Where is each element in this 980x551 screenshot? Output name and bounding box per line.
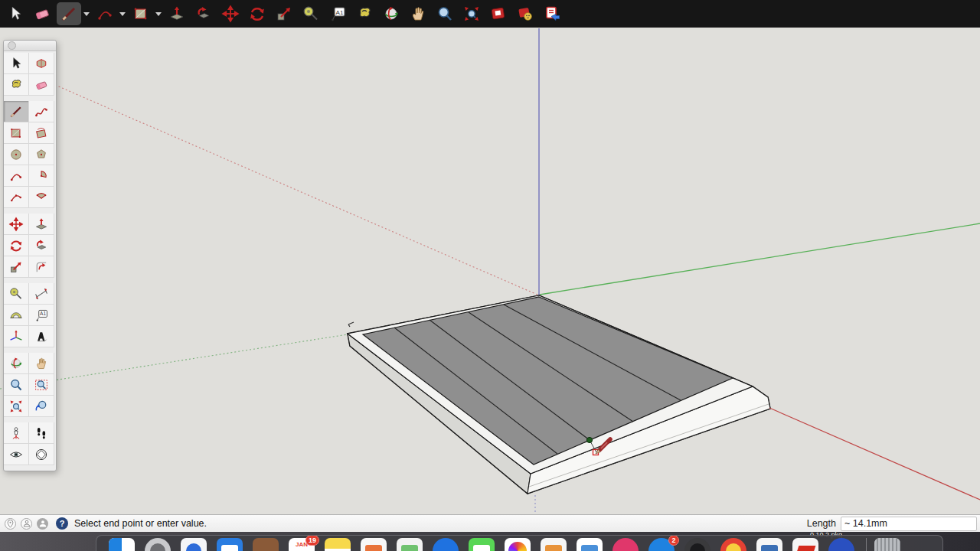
dock-icon-photos[interactable]	[505, 538, 531, 551]
orbit-icon	[7, 354, 25, 373]
dock-icon-mail[interactable]	[217, 538, 243, 551]
toolbar-tool-line[interactable]	[57, 2, 81, 25]
palette-group-4	[4, 353, 56, 417]
palette-tool-move[interactable]	[4, 214, 29, 235]
palette-tool-rect[interactable]	[4, 122, 29, 144]
toolbar-tool-orbit[interactable]	[379, 2, 403, 25]
palette-tool-followme[interactable]	[29, 235, 54, 256]
sign-in-icon[interactable]	[37, 518, 48, 530]
toolbar-tool-pan[interactable]	[406, 2, 430, 25]
dock-icon-pages[interactable]	[541, 538, 567, 551]
trash-glyph	[874, 538, 900, 551]
palette-tool-protractor[interactable]	[4, 305, 29, 326]
dock-icon-news[interactable]	[361, 538, 387, 551]
toolbar-caret-rect[interactable]	[155, 12, 162, 16]
dock-icon-notes[interactable]	[325, 538, 351, 551]
palette-titlebar[interactable]	[4, 41, 56, 51]
palette-tool-zoomext[interactable]	[4, 396, 29, 417]
length-input[interactable]	[841, 517, 977, 531]
toolbar-tool-pushpull[interactable]	[165, 2, 189, 25]
dock-icon-trash[interactable]	[874, 538, 900, 551]
dock-icon-music[interactable]	[612, 538, 639, 551]
toolbar-tool-text[interactable]: A1	[325, 2, 350, 25]
toolbar-tool-zoomext[interactable]	[459, 2, 484, 25]
palette-tool-look[interactable]	[4, 444, 29, 465]
board-model[interactable]	[348, 295, 770, 494]
palette-tool-eraser[interactable]	[29, 74, 54, 96]
toolbar-tool-warehouse[interactable]	[513, 2, 537, 25]
palette-tool-rotrect[interactable]	[29, 122, 54, 144]
palette-tool-circle[interactable]	[4, 144, 29, 165]
palette-tool-paint[interactable]	[4, 74, 29, 96]
palette-tool-freehand[interactable]	[29, 101, 54, 122]
dock-icon-maps[interactable]	[397, 538, 423, 551]
palette-tool-orbit[interactable]	[4, 353, 29, 374]
palette-tool-poscam[interactable]	[4, 422, 29, 444]
palette-tool-zoom[interactable]	[4, 374, 29, 396]
dock-icon-messages[interactable]	[469, 538, 495, 551]
palette-tool-select[interactable]	[4, 53, 29, 74]
credit-icon[interactable]	[21, 518, 32, 530]
palette-tool-scale[interactable]	[4, 256, 29, 278]
toolbar-tool-rotate[interactable]	[245, 2, 270, 25]
palette-close-button[interactable]	[8, 41, 16, 50]
palette-tool-pan[interactable]	[29, 353, 54, 374]
dock-icon-calendar[interactable]: JAN19	[289, 538, 315, 551]
dock-icon-blue-app[interactable]	[433, 538, 459, 551]
tape-icon	[7, 285, 25, 303]
palette-tool-dims[interactable]	[29, 283, 54, 305]
palette-tool-makecomp[interactable]	[29, 53, 54, 74]
toolbar-tool-zoom[interactable]	[433, 2, 457, 25]
dock-icon-safari[interactable]	[181, 538, 207, 551]
modeling-viewport[interactable]	[0, 28, 980, 514]
toolbar-tool-tape[interactable]	[299, 2, 323, 25]
zoomext-icon	[462, 5, 481, 23]
palette-group-3: A1	[4, 283, 56, 347]
dock-icon-chrome[interactable]	[720, 538, 746, 551]
dock-icon-contacts[interactable]	[253, 538, 279, 551]
palette-tool-polygon[interactable]	[29, 144, 54, 165]
dock-icon-appstore[interactable]: 2	[648, 538, 675, 551]
toolbar-tool-paint[interactable]	[352, 2, 377, 25]
palette-tool-arc3[interactable]	[4, 187, 29, 208]
palette-tool-rotate[interactable]	[4, 235, 29, 256]
palette-tool-pie2[interactable]	[29, 187, 54, 208]
toolbar-tool-scale[interactable]	[272, 2, 296, 25]
dock-icon-photobooth[interactable]	[684, 538, 710, 551]
palette-tool-offset[interactable]	[29, 256, 54, 278]
chrome-glyph	[726, 543, 741, 551]
palette-tool-axes[interactable]	[4, 326, 29, 347]
toolbar-tool-followme[interactable]	[191, 2, 216, 25]
toolbar-tool-arc[interactable]	[93, 2, 117, 25]
palette-tool-walk[interactable]	[29, 422, 54, 444]
palette-tool-zoomwin[interactable]	[29, 374, 54, 396]
palette-tool-zoomprev[interactable]	[29, 396, 54, 417]
toolbar-tool-move[interactable]	[218, 2, 243, 25]
dock-icon-sphere[interactable]	[828, 538, 854, 551]
dock-icon-launchpad[interactable]	[145, 538, 171, 551]
palette-tool-pie[interactable]	[29, 165, 54, 187]
palette-tool-line[interactable]	[4, 101, 29, 122]
palette-tool-section[interactable]	[29, 444, 54, 465]
dock-icon-virtualbox[interactable]	[756, 538, 782, 551]
dock: JAN192	[96, 535, 943, 551]
toolbar-tool-rect[interactable]	[129, 2, 153, 25]
help-icon[interactable]: ?	[56, 517, 68, 530]
toolbar-caret-arc[interactable]	[119, 12, 126, 16]
palette-tool-tape[interactable]	[4, 283, 29, 305]
dock-icon-media[interactable]	[577, 538, 603, 551]
toolbar-caret-line[interactable]	[83, 12, 90, 16]
palette-tool-text[interactable]: A1	[29, 305, 54, 326]
toolbar-tool-eraser[interactable]	[30, 2, 54, 25]
dock-icon-sketchup[interactable]	[792, 538, 818, 551]
dock-icon-finder[interactable]	[109, 538, 135, 551]
toolbar-tool-minfo[interactable]	[486, 2, 511, 25]
toolbar-tool-select[interactable]	[3, 2, 28, 25]
rotate-icon	[248, 5, 266, 23]
palette-tool-pushpull[interactable]	[29, 214, 54, 235]
toolbar-tool-share[interactable]	[540, 2, 564, 25]
palette-tool-arc[interactable]	[4, 165, 29, 187]
palette-tool-text3d[interactable]	[29, 326, 54, 347]
viewport-canvas[interactable]	[0, 28, 980, 514]
geolocation-icon[interactable]	[5, 518, 16, 530]
